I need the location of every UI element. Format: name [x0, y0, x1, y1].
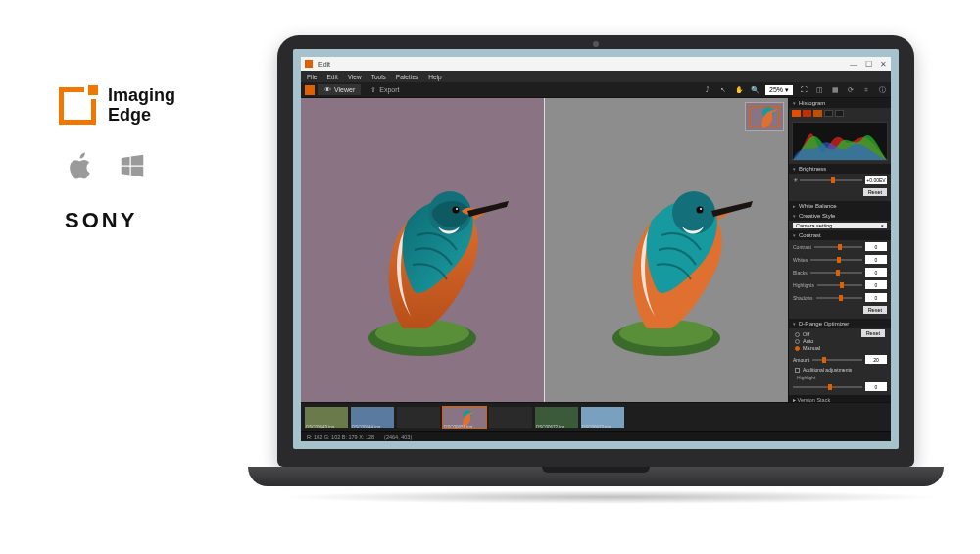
tab-viewer[interactable]: 👁 Viewer — [318, 84, 361, 95]
zoom-value[interactable]: 25% ▾ — [765, 85, 793, 95]
adjustments-panel: Histogram Brightness ☀ — [788, 98, 891, 402]
export-icon: ⇪ — [370, 86, 376, 94]
grid-icon[interactable]: ▦ — [830, 85, 840, 95]
tab-export[interactable]: ⇪ Export — [365, 84, 405, 96]
thumb-3[interactable]: DSC00651.jpg — [443, 407, 486, 428]
tab-bar: 👁 Viewer ⇪ Export ⤴ ↖ ✋ 🔍 25% ▾ ⛶ — [301, 82, 891, 98]
svg-point-4 — [456, 208, 458, 210]
white-balance-header[interactable]: White Balance — [789, 201, 891, 211]
creative-style-dropdown[interactable]: Camera setting — [793, 223, 887, 228]
version-stack-header[interactable]: ▸ Version Stack — [789, 395, 891, 402]
svg-point-8 — [697, 207, 704, 214]
status-dims: (2464, 403) — [384, 434, 412, 440]
before-pane — [301, 98, 544, 402]
whites-slider[interactable]: Whites0 — [789, 253, 891, 266]
windows-icon — [118, 151, 147, 180]
menu-help[interactable]: Help — [428, 74, 441, 80]
app-mark-icon — [305, 85, 315, 95]
imaging-edge-mark-icon — [59, 87, 96, 125]
bird-image-left — [334, 142, 511, 358]
info-icon[interactable]: ⓘ — [877, 85, 887, 95]
fit-screen-icon[interactable]: ⛶ — [799, 85, 808, 95]
brightness-value[interactable]: +0.00EV — [865, 176, 887, 184]
minimize-button[interactable]: — — [850, 60, 858, 69]
histogram-header[interactable]: Histogram — [789, 98, 891, 108]
product-line1: Imaging — [108, 86, 175, 106]
creative-style-header[interactable]: Creative Style — [789, 211, 891, 221]
webcam-icon — [593, 41, 599, 47]
status-bar: R: 102 G: 102 B: 179 X: 128 (2464, 403) — [301, 431, 891, 441]
dro-manual-radio[interactable]: Manual — [795, 345, 885, 351]
dro-highlight-slider[interactable]: 0 — [789, 380, 891, 393]
highlights-slider[interactable]: Highlights0 — [789, 278, 891, 291]
contrast-reset-button[interactable]: Reset — [863, 306, 887, 314]
svg-point-7 — [672, 191, 715, 234]
dro-amount-value[interactable]: 20 — [865, 355, 887, 364]
close-button[interactable]: ✕ — [880, 60, 887, 69]
pointer-tool-icon[interactable]: ↖ — [718, 85, 728, 95]
hand-tool-icon[interactable]: ✋ — [734, 85, 744, 95]
contrast-slider[interactable]: Contrast0 — [789, 240, 891, 253]
thumb-2[interactable] — [397, 407, 440, 428]
rotate-icon[interactable]: ⟳ — [846, 85, 856, 95]
menu-view[interactable]: View — [348, 74, 362, 80]
laptop-mockup: Edit — ☐ ✕ File Edit View Tools Palettes… — [277, 35, 914, 504]
svg-point-3 — [453, 207, 460, 214]
compare-icon[interactable]: ◫ — [814, 85, 824, 95]
dro-amount-row[interactable]: Amount 20 — [789, 354, 891, 365]
compare-canvas[interactable] — [301, 98, 788, 402]
after-pane — [545, 98, 788, 402]
menu-palettes[interactable]: Palettes — [396, 74, 419, 80]
thumb-5[interactable]: DSC00672.jpg — [535, 407, 578, 428]
dro-auto-radio[interactable]: Auto — [795, 338, 885, 344]
bird-image-right — [578, 142, 755, 358]
blacks-slider[interactable]: Blacks0 — [789, 266, 891, 278]
thumb-1[interactable]: DSC00644.jpg — [351, 407, 394, 428]
tab-viewer-label: Viewer — [334, 86, 355, 93]
shadows-slider[interactable]: Shadows0 — [789, 291, 891, 304]
apple-icon — [67, 151, 96, 180]
branding-block: Imaging Edge SONY — [59, 86, 175, 233]
histogram-graph — [792, 122, 888, 161]
thumb-6[interactable]: DSC00673.jpg — [581, 407, 624, 428]
dro-header[interactable]: D-Range Optimizer — [789, 319, 891, 328]
platform-icons — [59, 151, 175, 180]
dro-additional-check[interactable]: Additional adjustments — [789, 366, 891, 374]
window-titlebar: Edit — ☐ ✕ — [301, 57, 891, 71]
contrast-header[interactable]: Contrast — [789, 230, 891, 240]
menu-tools[interactable]: Tools — [371, 74, 386, 80]
upload-tool-icon[interactable]: ⤴ — [703, 85, 712, 95]
brightness-slider[interactable]: ☀ +0.00EV — [789, 174, 891, 186]
product-line2: Edge — [108, 106, 175, 126]
thumb-4[interactable] — [489, 407, 532, 428]
histogram-channel-buttons[interactable] — [789, 108, 891, 119]
window-title: Edit — [318, 61, 330, 68]
status-rgb: R: 102 G: 102 B: 179 X: 128 — [307, 434, 374, 440]
eye-icon: 👁 — [324, 86, 331, 93]
crop-icon[interactable]: ⌗ — [861, 85, 871, 95]
edit-app-window: Edit — ☐ ✕ File Edit View Tools Palettes… — [301, 57, 891, 441]
sony-logo: SONY — [59, 208, 175, 233]
workspace: Histogram Brightness ☀ — [301, 98, 891, 402]
app-icon — [305, 60, 313, 68]
filmstrip[interactable]: DSC00643.jpg DSC00644.jpg DSC00651.jpg D… — [301, 402, 891, 431]
menu-file[interactable]: File — [307, 74, 317, 80]
menu-bar: File Edit View Tools Palettes Help — [301, 71, 891, 82]
zoom-tool-icon[interactable]: 🔍 — [750, 85, 760, 95]
svg-point-9 — [700, 208, 702, 210]
brightness-icon: ☀ — [793, 176, 797, 183]
navigator-preview[interactable] — [745, 102, 784, 131]
brightness-reset-button[interactable]: Reset — [863, 188, 887, 196]
brightness-header[interactable]: Brightness — [789, 164, 891, 174]
dro-reset-button[interactable]: Reset — [861, 329, 885, 337]
thumb-0[interactable]: DSC00643.jpg — [305, 407, 348, 428]
menu-edit[interactable]: Edit — [326, 74, 337, 80]
imaging-edge-logo: Imaging Edge — [59, 86, 175, 126]
maximize-button[interactable]: ☐ — [865, 60, 872, 69]
tab-export-label: Export — [379, 86, 399, 93]
